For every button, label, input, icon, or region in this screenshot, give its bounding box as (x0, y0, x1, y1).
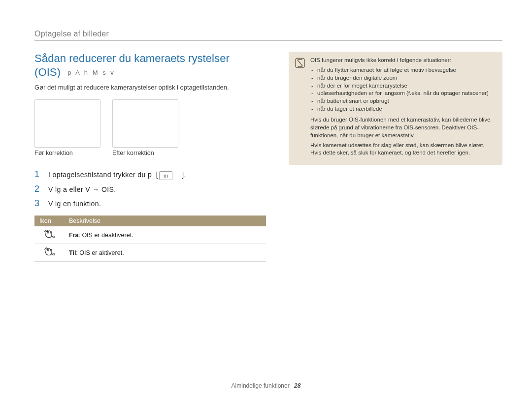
svg-text:OIS: OIS (52, 253, 55, 256)
title-line1: Sådan reducerer du kameraets rystelser (34, 52, 230, 64)
step-1-post: . (184, 171, 186, 179)
footer-page-number: 28 (294, 382, 300, 389)
left-column: Sådan reducerer du kameraets rystelser (… (34, 52, 271, 262)
step-text: I optagelsestilstand trykker du p [m ]. (48, 171, 186, 180)
callout-item: når der er for meget kamerarystelse (317, 82, 497, 90)
thumb-before (34, 99, 100, 148)
desc-rest: : OIS er aktiveret. (76, 249, 124, 256)
icon-ois-off: OFF (34, 226, 64, 244)
title-line2: (OIS) (34, 66, 61, 78)
desc-rest: : OIS er deaktiveret. (78, 232, 133, 239)
callout-para1: Hvis du bruger OIS-funktionen med et kam… (310, 116, 497, 140)
step-num: 2 (34, 184, 41, 194)
table-header-row: Ikon Beskrivelse (34, 216, 266, 226)
callout-list: når du flytter kameraet for at følge et … (310, 66, 497, 113)
note-callout: OIS fungerer muligvis ikke korrekt i føl… (289, 52, 502, 165)
desc-cell: Til: OIS er aktiveret. (64, 244, 266, 262)
step-1-pre: I optagelsestilstand trykker du p (48, 171, 152, 179)
mode-glyphs: p A h M s v (67, 69, 115, 76)
th-desc: Beskrivelse (64, 216, 266, 226)
step-1: 1 I optagelsestilstand trykker du p [m ]… (34, 169, 271, 180)
table-row: OIS Til: OIS er aktiveret. (34, 244, 266, 262)
breadcrumb: Optagelse af billeder (34, 30, 109, 38)
breadcrumb-area: Optagelse af billeder (34, 30, 502, 38)
step-2: 2 V lg a eller V → OIS. (34, 184, 271, 194)
rule (34, 40, 502, 41)
step-3: 3 V lg en funktion. (34, 198, 271, 209)
thumb-after-caption: Efter korrektion (112, 150, 178, 156)
callout-intro: OIS fungerer muligvis ikke korrekt i føl… (310, 57, 497, 64)
table-row: OFF Fra: OIS er deaktiveret. (34, 226, 266, 244)
thumb-before-block: Før korrektion (34, 99, 100, 156)
step-text: V lg en funktion. (48, 200, 101, 208)
note-icon (295, 58, 305, 68)
footer-section: Almindelige funktioner (232, 382, 290, 389)
manual-page: Optagelse af billeder Sådan reducerer du… (0, 0, 532, 401)
svg-text:OFF: OFF (52, 235, 55, 238)
desc-cell: Fra: OIS er deaktiveret. (64, 226, 266, 244)
th-icon: Ikon (34, 216, 64, 226)
hand-off-icon: OFF (44, 230, 55, 239)
callout-item: når batteriet snart er opbrugt (317, 97, 497, 105)
callout-item: når du bruger den digitale zoom (317, 74, 497, 82)
icon-ois-on: OIS (34, 244, 64, 262)
footer: Almindelige funktioner 28 (0, 382, 532, 389)
step-text: V lg a eller V → OIS. (48, 185, 116, 193)
lede-paragraph: Gør det muligt at reducere kamerarystels… (34, 83, 271, 92)
thumb-after-block: Efter korrektion (112, 99, 178, 156)
callout-item: udløserhastigheden er for langsom (f.eks… (317, 90, 497, 97)
callout-item: når du flytter kameraet for at følge et … (317, 66, 497, 74)
callout-para2: Hvis kameraet udsættes for slag eller st… (310, 142, 497, 157)
step-num: 1 (34, 169, 41, 180)
thumb-before-caption: Før korrektion (34, 150, 100, 156)
callout-body: OIS fungerer muligvis ikke korrekt i føl… (310, 57, 497, 159)
callout-item: når du tager et nærbillede (317, 105, 497, 113)
hand-on-icon: OIS (44, 247, 55, 256)
thumb-after (112, 99, 178, 148)
right-column: OIS fungerer muligvis ikke korrekt i føl… (289, 52, 502, 165)
step-num: 3 (34, 198, 41, 209)
comparison-thumbs: Før korrektion Efter korrektion (34, 99, 271, 156)
desc-bold: Fra (69, 232, 78, 239)
page-title: Sådan reducerer du kameraets rystelser (… (34, 52, 271, 79)
menu-key-icon: m (159, 171, 172, 180)
columns: Sådan reducerer du kameraets rystelser (… (34, 52, 502, 262)
steps: 1 I optagelsestilstand trykker du p [m ]… (34, 169, 271, 209)
desc-bold: Til (69, 249, 76, 256)
icon-table: Ikon Beskrivelse OFF (34, 216, 266, 262)
